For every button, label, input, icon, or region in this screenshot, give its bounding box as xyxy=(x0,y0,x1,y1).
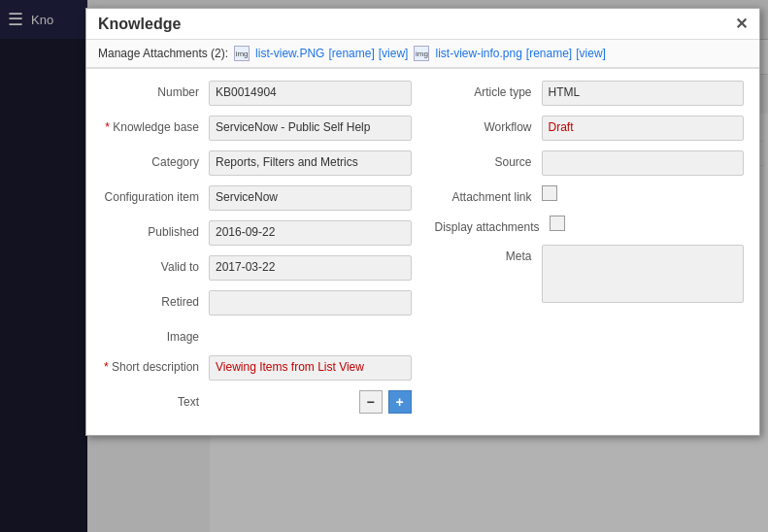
valid-to-label: Valid to xyxy=(102,255,209,276)
number-row: Number KB0014904 xyxy=(102,81,412,106)
text-controls: − + xyxy=(209,390,412,414)
display-attachments-checkbox[interactable] xyxy=(550,216,565,231)
number-field[interactable]: KB0014904 xyxy=(209,81,412,106)
short-desc-row: Short description Viewing Items from Lis… xyxy=(102,355,412,381)
source-field[interactable] xyxy=(542,150,745,176)
knowledge-base-row: Knowledge base ServiceNow - Public Self … xyxy=(102,116,412,141)
category-row: Category Reports, Filters and Metrics xyxy=(102,150,412,176)
display-attachments-row: Display attachments xyxy=(435,216,745,236)
attachments-label: Manage Attachments (2): xyxy=(98,47,228,60)
meta-row: Meta xyxy=(435,245,745,303)
published-label: Published xyxy=(102,220,209,241)
text-label: Text xyxy=(102,390,209,411)
short-desc-label: Short description xyxy=(102,355,209,376)
modal-body: Number KB0014904 Knowledge base ServiceN… xyxy=(86,69,759,435)
meta-field[interactable] xyxy=(542,245,745,303)
config-item-label: Configuration item xyxy=(102,185,209,206)
short-desc-field[interactable]: Viewing Items from List View xyxy=(209,355,412,381)
article-type-label: Article type xyxy=(435,81,542,101)
attachment-link-checkbox[interactable] xyxy=(542,185,557,201)
attachment1-filename[interactable]: list-view.PNG xyxy=(255,47,324,60)
plus-button[interactable]: + xyxy=(388,390,412,414)
display-attachments-label: Display attachments xyxy=(435,216,550,236)
text-row: Text − + xyxy=(102,390,412,414)
source-label: Source xyxy=(435,150,542,171)
minus-button[interactable]: − xyxy=(359,390,383,414)
right-form-section: Article type HTML Workflow Draft Source … xyxy=(435,81,745,423)
kb-label: Knowledge base xyxy=(102,116,209,136)
close-button[interactable]: ✕ xyxy=(735,15,748,33)
left-form-section: Number KB0014904 Knowledge base ServiceN… xyxy=(102,81,412,423)
attachment1-view[interactable]: [view] xyxy=(379,47,409,60)
config-item-row: Configuration item ServiceNow xyxy=(102,185,412,211)
attachment2-filename[interactable]: list-view-info.png xyxy=(435,47,521,60)
workflow-field[interactable]: Draft xyxy=(542,116,745,141)
category-field[interactable]: Reports, Filters and Metrics xyxy=(209,150,412,176)
retired-field[interactable] xyxy=(209,290,412,316)
image-label: Image xyxy=(102,325,209,346)
modal-title: Knowledge xyxy=(98,16,181,33)
attachment2-icon: img xyxy=(414,46,429,61)
config-item-field[interactable]: ServiceNow xyxy=(209,185,412,211)
workflow-label: Workflow xyxy=(435,116,542,136)
retired-row: Retired xyxy=(102,290,412,316)
published-field[interactable]: 2016-09-22 xyxy=(209,220,412,246)
workflow-row: Workflow Draft xyxy=(435,116,745,141)
retired-label: Retired xyxy=(102,290,209,311)
attachment1-icon: img xyxy=(234,46,250,61)
article-type-row: Article type HTML xyxy=(435,81,745,106)
attachment2-view[interactable]: [view] xyxy=(576,47,606,60)
image-row: Image xyxy=(102,325,412,346)
valid-to-field[interactable]: 2017-03-22 xyxy=(209,255,412,281)
article-type-field[interactable]: HTML xyxy=(542,81,745,106)
attachment1-rename[interactable]: [rename] xyxy=(328,47,374,60)
modal-header: Knowledge ✕ xyxy=(86,9,759,40)
attachments-bar: Manage Attachments (2): img list-view.PN… xyxy=(86,40,759,68)
published-row: Published 2016-09-22 xyxy=(102,220,412,246)
attachment-link-label: Attachment link xyxy=(435,185,542,206)
category-label: Category xyxy=(102,150,209,171)
number-label: Number xyxy=(102,81,209,101)
attachment-link-row: Attachment link xyxy=(435,185,745,206)
attachment2-rename[interactable]: [rename] xyxy=(526,47,572,60)
source-row: Source xyxy=(435,150,745,176)
meta-label: Meta xyxy=(435,245,542,265)
knowledge-modal: Knowledge ✕ Manage Attachments (2): img … xyxy=(85,8,760,436)
valid-to-row: Valid to 2017-03-22 xyxy=(102,255,412,281)
kb-field[interactable]: ServiceNow - Public Self Help xyxy=(209,116,412,141)
